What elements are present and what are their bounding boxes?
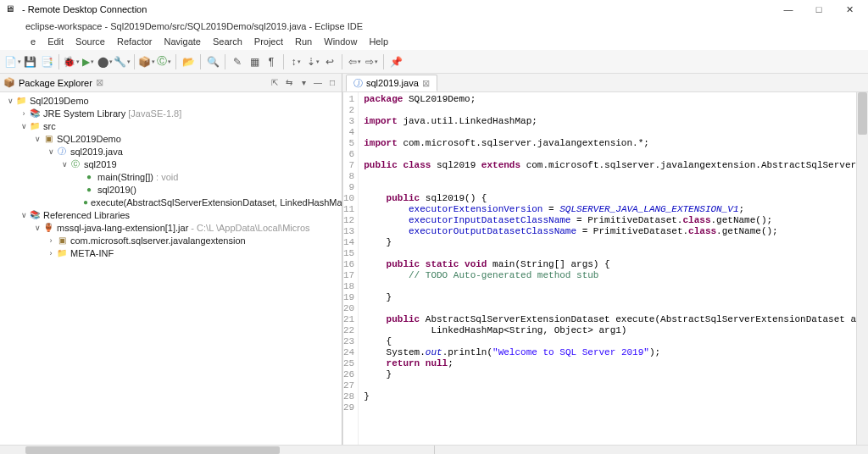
tree-jar-pkg[interactable]: com.microsoft.sqlserver.javalangextensio… [70, 235, 246, 246]
tree-method[interactable]: main(String[]) : void [97, 172, 178, 182]
toggle-block-button[interactable]: ▦ [247, 54, 262, 69]
ext-tools-button[interactable]: 🔧 [114, 54, 130, 69]
expand-icon[interactable]: ∨ [32, 224, 42, 232]
last-edit-button[interactable]: ↩ [322, 54, 337, 69]
expand-icon[interactable]: ∨ [59, 160, 70, 169]
package-icon: ▣ [56, 235, 68, 246]
menu-search[interactable]: Search [208, 35, 248, 48]
close-tab-icon[interactable]: ⊠ [96, 77, 103, 88]
debug-button[interactable]: 🐞 [64, 54, 79, 69]
project-icon: 📁 [15, 95, 27, 107]
menu-window[interactable]: Window [319, 35, 362, 48]
menu-navigate[interactable]: Navigate [159, 35, 206, 48]
horizontal-scrollbar[interactable] [0, 445, 868, 454]
rdp-title: - Remote Desktop Connection [22, 4, 147, 14]
expand-icon[interactable]: ∨ [32, 135, 42, 143]
editor-tab[interactable]: Ⓙ sql2019.java ⊠ [346, 75, 437, 91]
separator [134, 54, 135, 69]
code-content[interactable]: package SQL2019Demo; import java.util.Li… [359, 92, 868, 445]
run-button[interactable]: ▶ [81, 54, 96, 69]
close-tab-icon[interactable]: ⊠ [422, 78, 430, 89]
vertical-scrollbar[interactable] [856, 92, 868, 445]
scrollbar-thumb[interactable] [858, 92, 867, 135]
package-explorer-tab[interactable]: 📦 Package Explorer ⊠ [3, 77, 103, 88]
new-class-button[interactable]: Ⓒ [156, 54, 171, 69]
method-icon: ● [83, 184, 95, 196]
view-menu-icon[interactable]: ▾ [298, 78, 309, 87]
library-icon: 📚 [29, 209, 41, 221]
menu-run[interactable]: Run [290, 35, 317, 48]
separator [58, 54, 59, 69]
tree-project[interactable]: Sql2019Demo [30, 96, 89, 106]
pin-button[interactable]: 📌 [388, 54, 403, 69]
search-button[interactable]: 🔍 [205, 54, 220, 69]
folder-icon: 📁 [56, 247, 68, 259]
tree-src[interactable]: src [43, 121, 56, 131]
tree-class[interactable]: sql2019 [84, 159, 117, 169]
separator [342, 54, 342, 69]
new-package-button[interactable]: 📦 [139, 54, 154, 69]
separator [225, 54, 225, 69]
method-icon: ● [83, 197, 88, 208]
expand-icon[interactable]: › [46, 249, 56, 257]
maximize-button[interactable]: □ [804, 1, 834, 18]
expand-icon[interactable]: › [19, 109, 29, 118]
expand-icon[interactable]: ∨ [19, 122, 29, 130]
minimize-button[interactable]: — [773, 1, 804, 18]
save-button[interactable]: 💾 [22, 54, 37, 69]
java-file-icon: Ⓙ [56, 146, 68, 158]
class-icon: Ⓒ [70, 158, 81, 170]
tree-jre[interactable]: JRE System Library [JavaSE-1.8] [43, 108, 181, 119]
forward-button[interactable]: ⇨ [364, 54, 379, 69]
tree-package[interactable]: SQL2019Demo [57, 134, 121, 144]
show-whitespace-button[interactable]: ¶ [264, 54, 279, 69]
toggle-mark-button[interactable]: ✎ [230, 54, 245, 69]
code-editor[interactable]: 1 2 3 4 5 6 7 8 9 10 11 12 13 14 15 16 1… [342, 92, 868, 445]
menu-file[interactable]: e [25, 35, 41, 48]
menu-help[interactable]: Help [364, 35, 393, 48]
expand-icon[interactable]: ∨ [19, 211, 29, 219]
tree-method[interactable]: sql2019() [97, 185, 136, 195]
tree-reflib[interactable]: Referenced Libraries [43, 210, 130, 220]
scrollbar-thumb[interactable] [25, 446, 280, 454]
menubar: e Edit Source Refactor Navigate Search P… [0, 33, 868, 50]
package-explorer-label: Package Explorer [19, 78, 92, 88]
annotation-nav-button[interactable]: ↕ [288, 54, 303, 69]
open-type-button[interactable]: 📂 [181, 54, 196, 69]
separator [175, 54, 176, 69]
separator [283, 54, 284, 69]
src-folder-icon: 📁 [29, 120, 41, 132]
editor-area: Ⓙ sql2019.java ⊠ 1 2 3 4 5 6 7 8 9 10 11… [342, 74, 868, 445]
tree-file[interactable]: sql2019.java [70, 147, 123, 157]
expand-icon[interactable]: ∨ [46, 147, 56, 156]
toolbar: 📄 💾 📑 🐞 ▶ ⬤ 🔧 📦 Ⓒ 📂 🔍 ✎ ▦ ¶ ↕ ⇣ ↩ ⇦ ⇨ 📌 [0, 50, 868, 74]
method-icon: ● [83, 171, 95, 183]
jar-icon: 🏺 [42, 222, 54, 234]
minimize-view-icon[interactable]: — [312, 78, 324, 87]
menu-project[interactable]: Project [249, 35, 288, 48]
menu-edit[interactable]: Edit [42, 35, 69, 48]
next-annotation-button[interactable]: ⇣ [305, 54, 320, 69]
expand-icon[interactable]: › [46, 236, 56, 245]
separator [200, 54, 201, 69]
tree-jar[interactable]: mssql-java-lang-extension[1].jar - C:\L … [57, 223, 310, 233]
library-icon: 📚 [29, 108, 41, 119]
link-editor-icon[interactable]: ⇆ [283, 78, 295, 87]
save-all-button[interactable]: 📑 [39, 54, 54, 69]
menu-source[interactable]: Source [70, 35, 110, 48]
coverage-button[interactable]: ⬤ [97, 54, 113, 69]
tree-metainf[interactable]: META-INF [70, 248, 114, 258]
separator [383, 54, 384, 69]
close-button[interactable]: ✕ [834, 1, 865, 18]
tree-method[interactable]: execute(AbstractSqlServerExtensionDatase… [91, 197, 342, 208]
rdp-icon: 🖥 [5, 3, 17, 15]
line-gutter: 1 2 3 4 5 6 7 8 9 10 11 12 13 14 15 16 1… [343, 92, 359, 445]
project-tree[interactable]: ∨📁Sql2019Demo ›📚JRE System Library [Java… [0, 92, 342, 445]
maximize-view-icon[interactable]: □ [326, 78, 338, 87]
package-icon: 📦 [3, 77, 15, 88]
menu-refactor[interactable]: Refactor [112, 35, 158, 48]
collapse-all-icon[interactable]: ⇱ [269, 78, 281, 87]
expand-icon[interactable]: ∨ [5, 97, 15, 105]
back-button[interactable]: ⇦ [347, 54, 362, 69]
new-button[interactable]: 📄 [5, 54, 20, 69]
